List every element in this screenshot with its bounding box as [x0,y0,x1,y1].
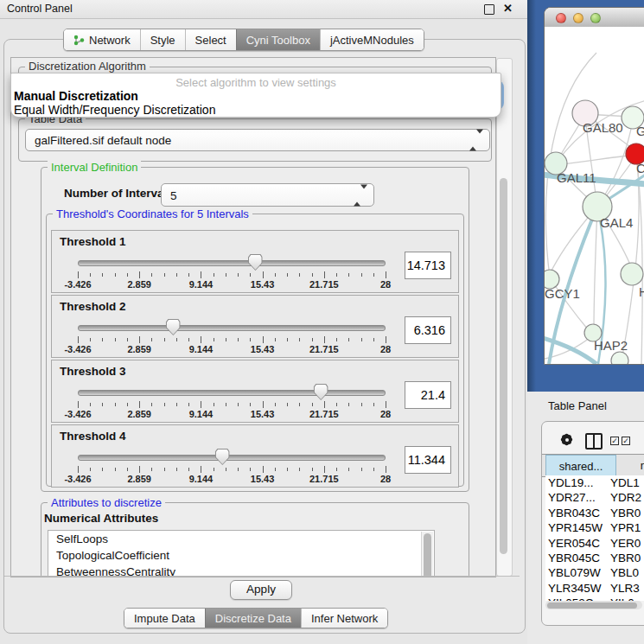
tab-select-label: Select [195,34,226,47]
tick-mark [90,338,91,341]
table-horizontal-scrollbar[interactable] [545,601,642,609]
tick-label: 2.859 [127,474,151,484]
threshold-2-value-field[interactable]: 6.316 [405,316,451,344]
number-of-intervals-combobox[interactable]: 5 [161,183,374,207]
numerical-attribute-item[interactable]: SelfLoops [48,531,434,547]
scrollbar-thumb[interactable] [547,603,637,609]
column-header-shared-name[interactable]: shared... [545,455,616,476]
slider-thumb[interactable] [248,254,263,271]
tab-jactivemnodules[interactable]: jActiveMNodules [320,29,424,50]
gear-icon[interactable] [559,432,574,447]
tick-mark [127,468,128,471]
tick-mark [201,401,201,408]
table-data-combobox[interactable]: galFiltered.sif default node [25,129,490,151]
tick-mark [373,468,374,471]
cell-name[interactable]: YLR3 [610,581,640,596]
scrollbar-thumb[interactable] [424,533,431,577]
threshold-4-value-field[interactable]: 11.344 [405,446,451,474]
tick-mark [226,468,226,471]
stepper-arrows-icon[interactable] [354,188,367,201]
cell-name[interactable]: YBL0 [610,565,639,580]
threshold-1-slider[interactable]: -3.4262.8599.14415.4321.71528 [78,253,386,290]
network-canvas[interactable]: GAL80 G C GAL11 GAL4 GCY1 H HAP2 [545,27,644,364]
table-row[interactable]: YBL079WYBL0 [545,565,644,580]
cell-shared-name[interactable]: YLR345W [548,581,602,596]
cell-shared-name[interactable]: YDR27... [548,490,596,505]
network-window-titlebar[interactable] [545,8,644,28]
slider-track[interactable] [78,260,386,266]
column-header-name[interactable]: na [616,455,644,476]
settings-vertical-scrollbar[interactable] [496,58,513,577]
tab-discretize-data[interactable]: Discretize Data [205,609,301,628]
node-label: G [636,124,644,138]
threshold-1-value-field[interactable]: 14.713 [405,252,451,279]
cell-name[interactable]: YER0 [610,536,641,551]
zoom-window-icon[interactable] [590,13,601,23]
tick-mark [348,338,349,341]
tick-mark [78,466,79,473]
numerical-attribute-item[interactable]: TopologicalCoefficient [48,547,434,564]
cell-name[interactable]: YBR0 [610,506,641,520]
tick-mark [250,273,251,277]
table-row[interactable]: YBR043CYBR0 [545,506,644,520]
select-columns-icon[interactable]: ✓ [610,437,619,445]
tick-mark [214,273,214,277]
tick-label: -3.426 [64,344,91,354]
tick-mark [90,403,91,406]
slider-track[interactable] [78,390,386,396]
tick-label: 15.43 [251,344,275,354]
cell-shared-name[interactable]: YER054C [548,536,600,551]
slider-thumb[interactable] [166,319,181,335]
float-panel-icon[interactable] [484,4,494,15]
threshold-2-slider[interactable]: -3.4262.8599.14415.4321.71528 [78,318,386,354]
cell-shared-name[interactable]: YPR145W [548,520,603,535]
cell-shared-name[interactable]: YBR045C [548,551,600,565]
tick-mark [226,273,226,277]
minimize-window-icon[interactable] [573,13,583,23]
tab-cyni-toolbox[interactable]: Cyni Toolbox [236,29,320,50]
slider-track[interactable] [78,455,386,461]
algorithm-option-equal-width[interactable]: Equal Width/Frequency Discretization [11,103,501,117]
cell-name[interactable]: YBR0 [610,551,641,565]
tab-network[interactable]: Network [64,29,140,50]
network-view-window[interactable]: GAL80 G C GAL11 GAL4 GCY1 H HAP2 [544,7,644,365]
node-bottom-partial[interactable] [611,352,628,364]
tab-impute-data[interactable]: Impute Data [124,609,205,628]
cell-name[interactable]: YDR2 [610,490,641,505]
table-row[interactable]: YDR27...YDR2 [545,490,644,505]
table-row[interactable]: YBR045CYBR0 [545,551,644,565]
cell-name[interactable]: YDL1 [610,475,640,490]
table-row[interactable]: YDL19...YDL1 [545,475,644,490]
node-h[interactable] [621,263,643,285]
tick-mark [386,271,386,278]
apply-button[interactable]: Apply [230,580,292,600]
split-columns-icon[interactable] [585,433,603,450]
table-row[interactable]: YLR345WYLR3 [545,581,644,596]
close-panel-icon[interactable]: ✕ [503,2,513,15]
cell-name[interactable]: YPR1 [610,520,641,535]
cell-shared-name[interactable]: YBR043C [548,506,600,520]
scrollbar-thumb[interactable] [500,178,507,554]
tab-infer-network[interactable]: Infer Network [301,609,387,628]
tick-label: 9.144 [189,344,214,354]
slider-track[interactable] [78,325,386,331]
slider-thumb[interactable] [215,449,230,465]
number-of-intervals-value: 5 [170,188,177,201]
attributes-list-scrollbar[interactable] [421,532,433,577]
cell-shared-name[interactable]: YBL079W [548,565,601,580]
stepper-arrows-icon[interactable] [469,134,483,147]
cell-shared-name[interactable]: YDL19... [548,475,594,490]
tick-label: 2.859 [127,409,151,419]
tab-style[interactable]: Style [140,29,185,50]
threshold-3-value-field[interactable]: 21.4 [405,381,451,409]
algorithm-option-manual[interactable]: Manual Discretization [11,89,501,103]
close-window-icon[interactable] [556,13,566,23]
threshold-4-slider[interactable]: -3.4262.8599.14415.4321.71528 [78,448,386,484]
tab-select[interactable]: Select [185,29,236,50]
threshold-3-slider[interactable]: -3.4262.8599.14415.4321.71528 [78,383,386,419]
select-all-columns-icon[interactable]: ✓ [622,437,630,445]
threshold-1-label: Threshold 1 [60,235,126,248]
slider-thumb[interactable] [314,384,328,400]
table-row[interactable]: YPR145WYPR1 [545,520,644,535]
table-row[interactable]: YER054CYER0 [545,536,644,551]
